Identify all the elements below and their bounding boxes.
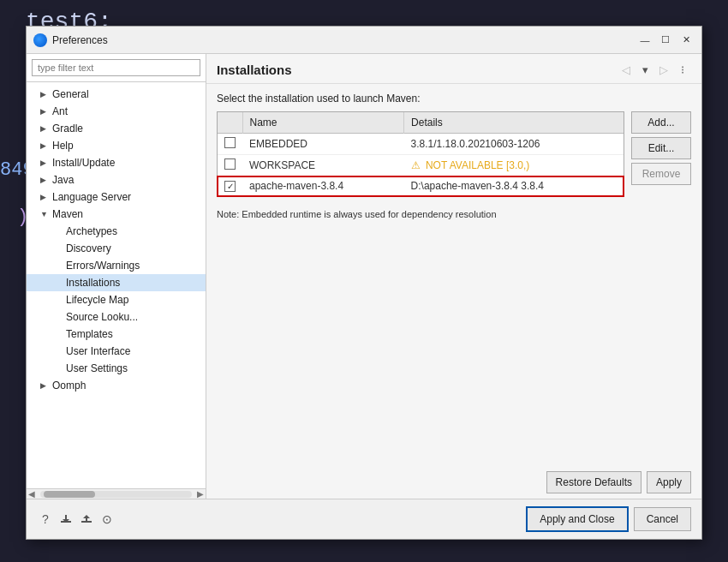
preferences-dialog: Preferences — ☐ ✕ ▶ General ▶ A [26,26,702,540]
sidebar-item-archetypes[interactable]: Archetypes [27,223,206,240]
expand-icon: ▶ [40,158,49,167]
table-container: Name Details EMBEDDED [217,111,691,197]
not-available-text: NOT AVAILABLE [3.0,) [426,159,529,171]
sidebar-item-gradle[interactable]: ▶ Gradle [27,120,206,137]
scrollbar-track [40,491,192,498]
scroll-right-arrow[interactable]: ▶ [195,489,206,499]
restore-defaults-button[interactable]: Restore Defaults [546,471,641,493]
export-icon[interactable] [78,511,95,528]
sidebar-item-general[interactable]: ▶ General [27,86,206,103]
select-label: Select the installation used to launch M… [217,93,691,105]
expand-icon: ▶ [40,141,49,150]
apply-button[interactable]: Apply [647,471,691,493]
installations-table: Name Details EMBEDDED [217,111,624,197]
sidebar-item-label: User Settings [66,362,128,374]
expand-icon: ▶ [40,176,49,184]
table-row[interactable]: WORKSPACE ⚠ NOT AVAILABLE [3.0,) [218,155,624,176]
sidebar-item-label: Help [52,140,74,152]
forward-button[interactable]: ▷ [655,61,672,78]
expand-icon: ▶ [40,124,49,133]
row-checkbox-cell[interactable] [218,134,242,155]
scrollbar-thumb[interactable] [44,491,95,498]
expand-icon: ▶ [40,107,49,116]
sidebar-filter-area [27,54,206,82]
sidebar-item-installations[interactable]: Installations [27,274,206,291]
apply-and-close-button[interactable]: Apply and Close [526,506,628,532]
row-details: 3.8.1/1.18.0.20210603-1206 [404,134,624,155]
sidebar-item-user-settings[interactable]: User Settings [27,360,206,377]
circle-icon[interactable]: ⊙ [98,511,116,528]
sidebar-item-label: Language Server [52,191,131,203]
filter-input[interactable] [32,59,200,76]
sidebar-item-maven[interactable]: ▼ Maven [27,206,206,223]
help-icon[interactable]: ? [37,511,54,528]
sidebar-item-label: Maven [52,208,83,220]
sidebar-item-help[interactable]: ▶ Help [27,137,206,154]
warning-icon: ⚠ [411,159,421,171]
bottom-left-icons: ? ⊙ [37,511,521,528]
table: Name Details EMBEDDED [218,112,624,196]
svg-marker-5 [83,515,90,518]
sidebar-item-label: Install/Update [52,157,115,169]
sidebar-tree: ▶ General ▶ Ant ▶ Gradle ▶ Help [27,82,206,488]
table-row[interactable]: apache-maven-3.8.4 D:\apache-maven-3.8.4… [218,176,624,196]
sidebar-item-label: Discovery [66,242,111,254]
bottom-bar: ? ⊙ Apply and Close Cancel [27,499,701,539]
sidebar-item-templates[interactable]: Templates [27,326,206,343]
remove-button[interactable]: Remove [631,163,691,185]
expand-icon: ▶ [40,193,49,201]
col-details: Details [404,112,624,134]
row-name: apache-maven-3.8.4 [242,176,404,196]
table-header-row: Name Details [218,112,624,134]
sidebar-item-label: General [52,88,89,100]
sidebar-item-label: Templates [66,328,113,340]
workspace-checkbox[interactable] [224,158,236,170]
sidebar-item-label: Source Looku... [66,311,138,323]
title-bar-left: Preferences [33,33,108,47]
add-button[interactable]: Add... [631,111,691,134]
sidebar-item-source-lookup[interactable]: Source Looku... [27,308,206,326]
sidebar-item-lifecycle-map[interactable]: Lifecycle Map [27,291,206,308]
main-panel: Installations ◁ ▾ ▷ ⁝ Select the install… [206,54,701,499]
menu-button[interactable]: ⁝ [674,61,691,78]
scroll-left-arrow[interactable]: ◀ [27,489,37,499]
sidebar-item-discovery[interactable]: Discovery [27,240,206,257]
title-controls: — ☐ ✕ [636,32,695,49]
import-svg [59,512,73,526]
eclipse-icon [33,33,47,47]
sidebar: ▶ General ▶ Ant ▶ Gradle ▶ Help [27,54,206,499]
apache-maven-checkbox[interactable] [224,181,236,192]
sidebar-item-language-server[interactable]: ▶ Language Server [27,188,206,206]
sidebar-item-ant[interactable]: ▶ Ant [27,103,206,120]
edit-button[interactable]: Edit... [631,137,691,159]
minimize-button[interactable]: — [636,32,653,49]
panel-nav-icons: ◁ ▾ ▷ ⁝ [618,61,691,78]
row-name: WORKSPACE [242,155,404,176]
row-checkbox-cell[interactable] [218,155,242,176]
sidebar-item-label: Java [52,174,74,186]
sidebar-item-label: Errors/Warnings [66,260,140,272]
sidebar-item-errors-warnings[interactable]: Errors/Warnings [27,257,206,274]
note-text: Note: Embedded runtime is always used fo… [217,207,691,222]
back-button[interactable]: ◁ [618,61,635,78]
row-checkbox-cell[interactable] [218,176,242,196]
sidebar-item-oomph[interactable]: ▶ Oomph [27,377,206,394]
expand-icon: ▶ [40,381,49,390]
back-dropdown-button[interactable]: ▾ [636,61,653,78]
panel-header: Installations ◁ ▾ ▷ ⁝ [206,54,701,84]
sidebar-item-java[interactable]: ▶ Java [27,171,206,188]
panel-title: Installations [217,63,292,77]
table-action-buttons: Add... Edit... Remove [631,111,691,197]
cancel-button[interactable]: Cancel [634,507,691,531]
table-row[interactable]: EMBEDDED 3.8.1/1.18.0.20210603-1206 [218,134,624,155]
close-button[interactable]: ✕ [677,32,695,49]
maximize-button[interactable]: ☐ [657,32,674,49]
dialog-content: ▶ General ▶ Ant ▶ Gradle ▶ Help [27,54,701,499]
sidebar-item-user-interface[interactable]: User Interface [27,343,206,360]
import-icon[interactable] [57,511,75,528]
embedded-checkbox[interactable] [224,137,236,148]
sidebar-horizontal-scrollbar[interactable]: ◀ ▶ [27,488,206,499]
sidebar-item-install-update[interactable]: ▶ Install/Update [27,154,206,171]
sidebar-item-label: Installations [66,277,120,289]
sidebar-item-label: Oomph [52,380,86,392]
